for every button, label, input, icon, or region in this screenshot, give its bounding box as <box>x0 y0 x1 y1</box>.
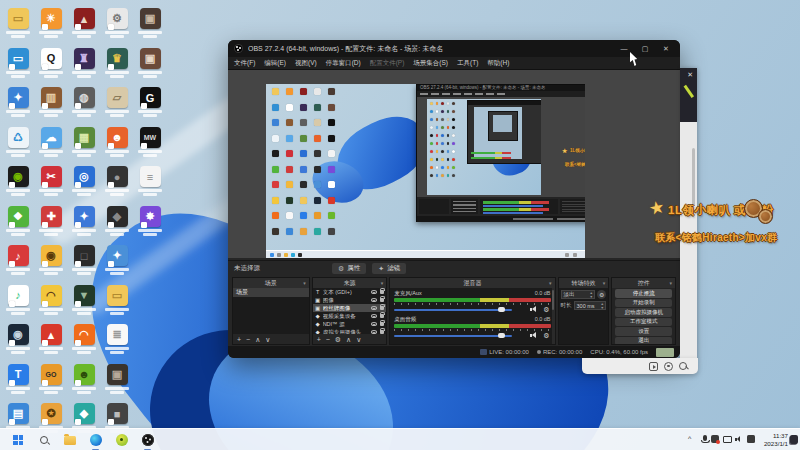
speaker-icon[interactable] <box>530 306 539 313</box>
desktop-icon-blue-tool-app[interactable]: ✦ <box>102 245 132 275</box>
file-explorer-button[interactable] <box>62 432 78 448</box>
menu-item-6[interactable]: 工具(T) <box>457 59 478 68</box>
source-row[interactable]: ◆虚拟专用摄像头 <box>313 328 387 334</box>
desktop-icon-purple-shield-game[interactable]: ♜ <box>69 48 99 78</box>
desktop-icon-yellow-app[interactable]: ◉ <box>36 245 66 275</box>
volume-slider[interactable]: ⚙ <box>394 306 550 313</box>
desktop-icon-jianying[interactable]: ✂ <box>36 166 66 196</box>
pin-icon[interactable]: ▾ <box>303 280 306 286</box>
gear-icon[interactable]: ⚙ <box>543 306 549 313</box>
scene-row[interactable]: 场景 <box>233 288 309 297</box>
scenes-toolbar-button-1[interactable]: − <box>246 336 250 343</box>
desktop-icon-farm-game[interactable]: ▦ <box>69 127 99 157</box>
filters-button[interactable]: ✦滤镜 <box>372 263 406 274</box>
pin-icon[interactable]: ▾ <box>603 280 606 286</box>
minimize-button[interactable]: — <box>616 42 632 55</box>
obs-taskbar-button[interactable] <box>140 432 156 448</box>
menu-item-3[interactable]: 停靠窗口(D) <box>326 59 361 68</box>
scenes-toolbar-button-3[interactable]: ∨ <box>265 336 270 343</box>
scrollbar-thumb[interactable] <box>692 148 696 206</box>
properties-button[interactable]: ⚙属性 <box>332 263 366 274</box>
menu-item-1[interactable]: 编辑(E) <box>264 59 286 68</box>
desktop-icon-apex-legends[interactable]: ▲ <box>36 324 66 354</box>
sources-toolbar-button-4[interactable]: ∨ <box>356 336 361 343</box>
desktop-icon-maoer-fm[interactable]: ◠ <box>36 285 66 315</box>
source-row[interactable]: ▣粉丝牌图像 <box>313 304 387 312</box>
visibility-eye-icon[interactable] <box>371 322 377 326</box>
gear-icon[interactable]: ⚙ <box>543 332 549 339</box>
sources-toolbar-button-3[interactable]: ∧ <box>346 336 351 343</box>
maximize-button[interactable]: ▢ <box>637 42 653 55</box>
desktop-icon-feishu-folder[interactable]: ✦ <box>3 87 33 117</box>
desktop-icon-qq[interactable]: Q <box>36 48 66 78</box>
lock-icon[interactable] <box>380 298 385 302</box>
desktop-icon-dark-diamond-app[interactable]: ◆ <box>102 206 132 236</box>
pin-icon[interactable]: ▾ <box>381 280 384 286</box>
visibility-eye-icon[interactable] <box>371 314 377 318</box>
control-button-0[interactable]: 停止推流 <box>615 289 672 298</box>
source-row[interactable]: ▣图像 <box>313 296 387 304</box>
close-button[interactable]: ✕ <box>658 42 674 55</box>
lock-icon[interactable] <box>380 314 385 318</box>
desktop-icon-clan-crest-game[interactable]: ♛ <box>102 48 132 78</box>
desktop-icon-wechat[interactable]: ❖ <box>3 206 33 236</box>
desktop-icon-netease-music[interactable]: ♪ <box>3 245 33 275</box>
desktop-icon-tencent-meeting[interactable]: T <box>3 364 33 394</box>
menu-item-5[interactable]: 场景集合(S) <box>413 59 448 68</box>
desktop-icon-dark-box-app[interactable]: □ <box>69 245 99 275</box>
desktop-icon-notepad-doc[interactable]: ≡ <box>135 166 165 196</box>
desktop-icon-text-doc[interactable]: ≣ <box>102 324 132 354</box>
desktop-icon-sunflower-remote[interactable]: ☀ <box>36 8 66 38</box>
desktop-icon-folder-yellow[interactable]: ▭ <box>3 8 33 38</box>
source-row[interactable]: T文本 (GDI+) <box>313 288 387 296</box>
desktop-icon-purple-burst-app[interactable]: ✸ <box>135 206 165 236</box>
menu-item-7[interactable]: 帮助(H) <box>487 59 509 68</box>
control-button-4[interactable]: 设置 <box>615 327 672 336</box>
menu-item-0[interactable]: 文件(F) <box>234 59 255 68</box>
tray-expand-chevron[interactable]: ^ <box>688 435 691 442</box>
scenes-toolbar-button-0[interactable]: + <box>237 336 241 343</box>
control-button-2[interactable]: 启动虚拟摄像机 <box>615 308 672 317</box>
desktop-icon-blue-star-app[interactable]: ✦ <box>69 206 99 236</box>
lock-icon[interactable] <box>380 290 385 294</box>
desktop-icon-mw-game[interactable]: MW <box>135 127 165 157</box>
desktop-icon-battlefield-game[interactable]: ▼ <box>69 285 99 315</box>
sources-toolbar-button-1[interactable]: − <box>326 336 330 343</box>
tray-widget-icon[interactable] <box>790 435 798 444</box>
scenes-toolbar-button-2[interactable]: ∧ <box>255 336 260 343</box>
lock-icon[interactable] <box>380 306 385 310</box>
desktop-icon-csgo[interactable]: GO <box>36 364 66 394</box>
desktop-icon-recycle-bin[interactable]: ♺ <box>3 127 33 157</box>
start-button[interactable] <box>10 432 26 448</box>
speaker-icon[interactable] <box>530 332 539 339</box>
desktop-icon-green-monster-app[interactable]: ☻ <box>69 364 99 394</box>
visibility-eye-icon[interactable] <box>371 330 377 334</box>
volume-slider[interactable]: ⚙ <box>394 332 550 339</box>
desktop-icon-photo-dark-2[interactable]: ▣ <box>102 364 132 394</box>
desktop-icon-steam[interactable]: ◉ <box>3 324 33 354</box>
display-tray-icon[interactable] <box>723 435 732 444</box>
microphone-tray-icon[interactable] <box>700 435 709 444</box>
desktop-icon-zip-box[interactable]: ▥ <box>36 87 66 117</box>
desktop-icon-display-app[interactable]: ▭ <box>3 48 33 78</box>
obs-titlebar[interactable]: OBS 27.2.4 (64-bit, windows) - 配置文件: 未命名… <box>228 40 680 57</box>
desktop-icon-weather-app[interactable]: ☁ <box>36 127 66 157</box>
desktop-icon-dota2[interactable]: ▲ <box>69 8 99 38</box>
desktop-icon-logitech-g[interactable]: G <box>135 87 165 117</box>
recording-tray-icon[interactable] <box>711 435 720 444</box>
desktop-icon-utility-tools[interactable]: ⚙ <box>102 8 132 38</box>
desktop-icon-qq-music[interactable]: ♪ <box>3 285 33 315</box>
ime-tray-icon[interactable] <box>747 435 755 443</box>
video-popup-icon[interactable] <box>649 362 658 371</box>
volume-tray-icon[interactable] <box>735 435 744 444</box>
desktop-icon-dark-app[interactable]: ● <box>102 166 132 196</box>
desktop-icon-misc-item[interactable]: ▱ <box>102 87 132 117</box>
lock-icon[interactable] <box>380 322 385 326</box>
sources-toolbar-button-0[interactable]: + <box>317 336 321 343</box>
sources-toolbar-button-2[interactable]: ⚙ <box>335 336 341 343</box>
desktop-icon-nvidia[interactable]: ◉ <box>3 166 33 196</box>
desktop-icon-photo-person[interactable]: ▣ <box>135 48 165 78</box>
desktop-icon-folder-yellow-2[interactable]: ▭ <box>102 285 132 315</box>
edge-browser-button[interactable] <box>88 432 104 448</box>
control-button-1[interactable]: 开始录制 <box>615 299 672 308</box>
